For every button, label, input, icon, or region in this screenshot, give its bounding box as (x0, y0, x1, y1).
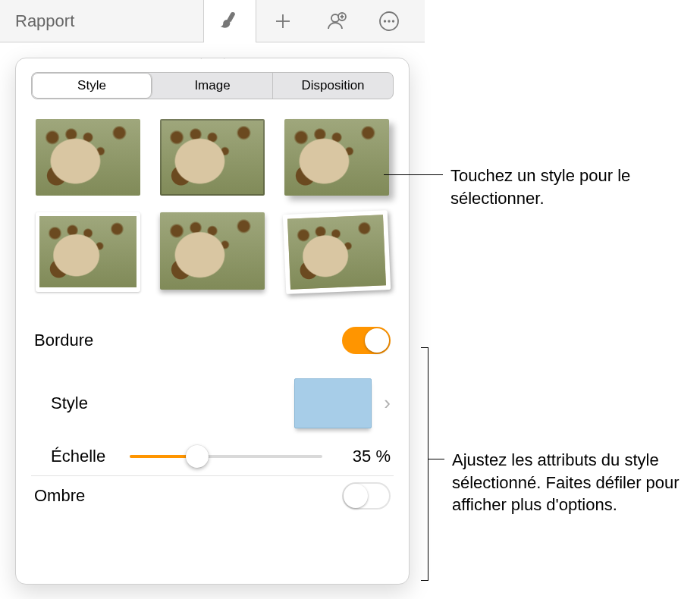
style-option-2[interactable] (160, 119, 265, 196)
border-label: Bordure (34, 331, 93, 350)
collaborate-button[interactable] (309, 0, 363, 42)
border-toggle[interactable] (342, 327, 391, 354)
style-option-3[interactable] (284, 119, 389, 196)
scale-value: 35 % (337, 447, 391, 466)
chevron-right-icon: › (384, 391, 391, 415)
style-option-5[interactable] (160, 212, 265, 292)
callout-bottom: Ajustez les attributs du style sélection… (452, 449, 695, 516)
svg-point-7 (384, 20, 386, 22)
style-option-4[interactable] (36, 212, 140, 292)
style-thumbnails (36, 119, 389, 292)
tab-image[interactable]: Image (152, 73, 273, 99)
svg-point-8 (388, 20, 390, 22)
thumbnail-image (36, 119, 140, 196)
tab-disposition[interactable]: Disposition (273, 73, 393, 99)
border-style-row[interactable]: Style › (31, 366, 394, 441)
more-icon (378, 11, 400, 32)
callout-text: Ajustez les attributs du style sélection… (452, 450, 680, 514)
border-style-label: Style (51, 394, 88, 413)
svg-point-9 (392, 20, 394, 22)
bracket-tick (421, 580, 428, 581)
shadow-label: Ombre (34, 486, 85, 506)
scale-slider[interactable] (130, 445, 322, 468)
style-option-6[interactable] (283, 210, 391, 293)
person-add-icon (325, 11, 347, 32)
border-style-swatch (294, 378, 372, 428)
toolbar: Rapport (0, 0, 425, 42)
callout-leader (428, 459, 444, 459)
slider-thumb (186, 445, 209, 468)
toggle-knob (344, 484, 368, 508)
callout-bracket (428, 347, 428, 581)
thumbnail-image (160, 212, 265, 289)
more-button[interactable] (363, 0, 416, 42)
thumbnail-image (160, 119, 265, 196)
style-option-1[interactable] (36, 119, 140, 196)
scale-row: Échelle 35 % (31, 445, 394, 468)
callout-text: Touchez un style pour le sélectionner. (450, 166, 630, 208)
add-button[interactable] (256, 0, 309, 42)
thumbnail-image (39, 216, 137, 287)
document-title: Rapport (9, 11, 74, 31)
shadow-row: Ombre (31, 475, 394, 517)
panel-tabs: Style Image Disposition (31, 72, 394, 99)
format-panel: Style Image Disposition Bordure Style › … (15, 58, 410, 585)
tab-style[interactable]: Style (32, 73, 152, 99)
format-brush-button[interactable] (203, 0, 256, 42)
shadow-toggle[interactable] (342, 482, 391, 510)
border-row: Bordure (31, 315, 394, 366)
scale-label: Échelle (51, 447, 115, 466)
thumbnail-image (284, 119, 389, 196)
thumbnail-image (287, 215, 386, 290)
callout-leader (384, 174, 443, 175)
toggle-knob (365, 328, 389, 353)
callout-top: Touchez un style pour le sélectionner. (450, 165, 686, 209)
plus-icon (272, 11, 293, 32)
bracket-tick (421, 347, 428, 348)
brush-icon (219, 11, 240, 32)
